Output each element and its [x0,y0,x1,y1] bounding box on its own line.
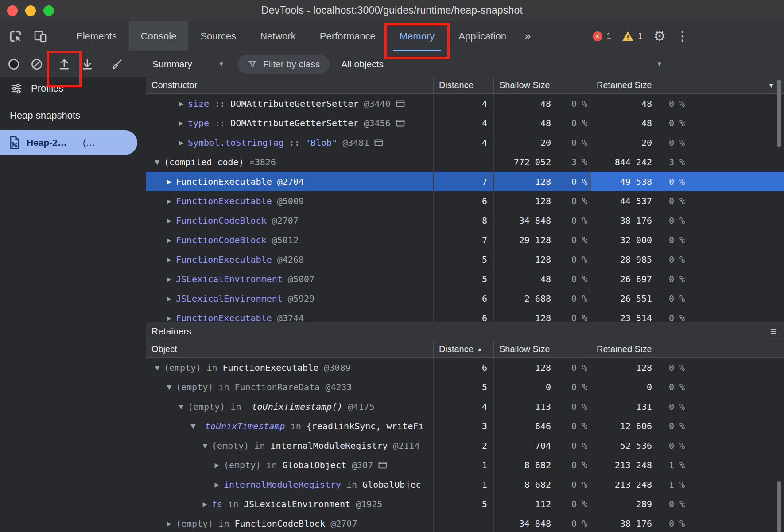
disclosure-collapsed-icon[interactable]: ▶ [175,139,188,146]
disclosure-collapsed-icon[interactable]: ▶ [163,198,176,205]
constructor-row[interactable]: ▶JSLexicalEnvironment @50075480 %26 6970… [146,269,784,289]
heap-snapshot-item[interactable]: Heap-2… (… [0,130,137,155]
hamburger-menu-icon[interactable]: ≡ [770,325,777,338]
retained-size-percent: 0 % [652,118,685,128]
disclosure-expanded-icon[interactable]: ▼ [186,423,200,430]
summary-dropdown-label: Summary [152,59,192,70]
reveal-frame-icon[interactable] [374,139,383,146]
retainer-row[interactable]: ▶internalModuleRegistry in GlobalObjec18… [146,475,784,494]
constructor-row[interactable]: ▶Symbol.toStringTag :: "Blob" @34814200 … [146,133,784,152]
retainer-row[interactable]: ▶(empty) in FunctionCodeBlock @270734 84… [146,514,784,532]
summary-dropdown[interactable]: Summary ▼ [146,59,230,70]
filter-placeholder: Filter by class [263,59,320,70]
retainer-row[interactable]: ▶fs in JSLexicalEnvironment @192551120 %… [146,494,784,514]
disclosure-collapsed-icon[interactable]: ▶ [163,520,176,527]
constructor-row[interactable]: ▶size :: DOMAttributeGetterSetter @34404… [146,94,784,113]
tree-node-cell: ▶FunctionExecutable @5009 [146,191,433,211]
tree-node-cell: ▼(empty) in FunctionExecutable @3089 [146,358,433,377]
clear-profiles-button[interactable] [27,54,47,74]
constructor-row[interactable]: ▶FunctionExecutable @426851280 %28 9850 … [146,250,784,269]
column-header-object[interactable]: Object [146,341,433,357]
constructor-row[interactable]: ▼(compiled code) ×3826–772 0523 %844 242… [146,152,784,172]
retainer-row[interactable]: ▼_toUnixTimestamp in {readlinkSync, writ… [146,416,784,436]
record-heap-snapshot-button[interactable] [4,54,24,74]
error-badge[interactable]: × 1 [593,31,611,41]
retainer-row[interactable]: ▼(empty) in FunctionRareData @4233500 %0… [146,377,784,397]
device-toolbar-icon[interactable] [30,26,50,47]
column-header-distance[interactable]: Distance [433,77,493,93]
disclosure-collapsed-icon[interactable]: ▶ [198,501,212,508]
settings-gear-icon[interactable]: ⚙ [653,28,666,44]
disclosure-collapsed-icon[interactable]: ▶ [163,295,176,302]
disclosure-expanded-icon[interactable]: ▼ [175,403,188,410]
shallow-size-cell: 29 1280 % [493,230,591,250]
filter-by-class-input[interactable]: Filter by class [237,55,330,74]
disclosure-expanded-icon[interactable]: ▼ [198,442,212,449]
tab-console[interactable]: Console [129,21,189,51]
disclosure-collapsed-icon[interactable]: ▶ [163,178,176,185]
tab-sources[interactable]: Sources [188,21,248,51]
disclosure-collapsed-icon[interactable]: ▶ [210,462,224,469]
disclosure-collapsed-icon[interactable]: ▶ [210,481,224,488]
constructor-row[interactable]: ▶type :: DOMAttributeGetterSetter @34564… [146,113,784,133]
maximize-window-button[interactable] [43,5,54,16]
retained-size-value: 289 [636,499,652,509]
tab-elements[interactable]: Elements [64,21,129,51]
column-header-distance[interactable]: Distance ▲ [433,341,493,357]
retained-size-cell: 38 1760 % [591,514,784,532]
constructor-row[interactable]: ▶FunctionExecutable @500961280 %44 5370 … [146,191,784,211]
disclosure-collapsed-icon[interactable]: ▶ [163,217,176,224]
disclosure-collapsed-icon[interactable]: ▶ [163,315,176,322]
column-header-shallow-size[interactable]: Shallow Size [493,341,591,357]
column-header-constructor[interactable]: Constructor [146,77,433,93]
tab-network[interactable]: Network [248,21,308,51]
close-window-button[interactable] [7,5,18,16]
minimize-window-button[interactable] [25,5,36,16]
tree-node-cell: ▶JSLexicalEnvironment @5007 [146,269,433,289]
shallow-size-percent: 0 % [551,176,587,187]
reveal-frame-icon[interactable] [378,462,387,469]
tab-performance[interactable]: Performance [308,21,388,51]
retainer-row[interactable]: ▼(empty) in InternalModuleRegistry @2114… [146,436,784,455]
retained-size-cell: 1280 % [591,358,784,377]
tree-node-cell: ▶FunctionExecutable @2704 [146,172,433,191]
reveal-frame-icon[interactable] [396,100,405,107]
scrollbar-thumb[interactable] [777,80,781,147]
all-objects-dropdown[interactable]: All objects ▼ [341,59,784,70]
shallow-size-value: 128 [535,362,551,373]
disclosure-collapsed-icon[interactable]: ▶ [163,276,176,283]
kebab-menu-icon[interactable]: ⋮ [676,29,689,43]
constructor-row[interactable]: ▶FunctionExecutable @270471280 %49 5380 … [146,172,784,191]
clean-garbage-icon[interactable] [107,54,127,74]
save-profile-button[interactable] [77,54,97,74]
reveal-frame-icon[interactable] [396,120,405,127]
disclosure-collapsed-icon[interactable]: ▶ [175,100,188,107]
more-tabs-button[interactable]: » [518,21,537,51]
retained-size-percent: 0 % [652,196,685,206]
retainer-row[interactable]: ▼(empty) in FunctionExecutable @30896128… [146,358,784,377]
disclosure-collapsed-icon[interactable]: ▶ [163,256,176,263]
column-header-retained-size[interactable]: Retained Size ▼ [591,77,784,93]
column-header-shallow-size[interactable]: Shallow Size [493,77,591,93]
retainer-row[interactable]: ▼(empty) in _toUnixTimestamp() @41754113… [146,397,784,416]
disclosure-collapsed-icon[interactable]: ▶ [163,237,176,244]
constructor-row[interactable]: ▶FunctionExecutable @374461280 %23 5140 … [146,308,784,322]
tab-memory[interactable]: Memory [388,21,446,51]
warning-badge[interactable]: 1 [622,31,643,42]
profiles-header[interactable]: Profiles [0,79,146,98]
disclosure-expanded-icon[interactable]: ▼ [151,159,164,166]
disclosure-collapsed-icon[interactable]: ▶ [175,120,188,127]
column-header-retained-size[interactable]: Retained Size [591,341,784,357]
tab-application[interactable]: Application [446,21,518,51]
disclosure-expanded-icon[interactable]: ▼ [163,384,176,391]
row-label: JSLexicalEnvironment @5929 [176,293,314,304]
retainer-row[interactable]: ▶(empty) in GlobalObject @30718 6820 %21… [146,455,784,475]
disclosure-expanded-icon[interactable]: ▼ [151,364,164,371]
constructor-row[interactable]: ▶FunctionCodeBlock @5012729 1280 %32 000… [146,230,784,250]
constructor-row[interactable]: ▶JSLexicalEnvironment @592962 6880 %26 5… [146,289,784,308]
inspect-element-icon[interactable] [5,26,26,47]
row-label: size :: DOMAttributeGetterSetter @3440 [188,98,391,109]
scrollbar-thumb[interactable] [777,481,781,532]
load-profile-button[interactable] [54,54,74,74]
constructor-row[interactable]: ▶FunctionCodeBlock @2707834 8480 %38 176… [146,211,784,230]
